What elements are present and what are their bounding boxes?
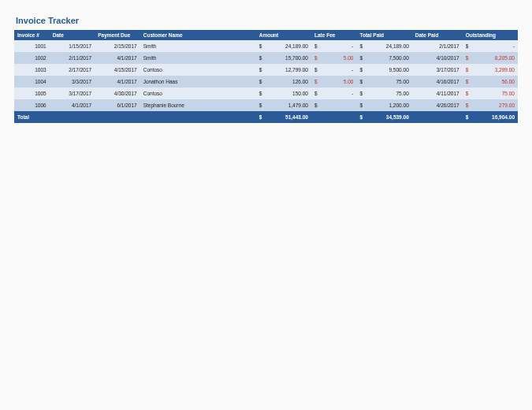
col-outstanding: Outstanding xyxy=(463,30,518,40)
cell-invoice: 1003 xyxy=(14,64,50,76)
table-row: 10032/17/20174/15/2017Contoso$12,799.00$… xyxy=(14,64,518,76)
col-date: Date xyxy=(50,30,95,40)
cell-outstanding: $- xyxy=(463,40,518,52)
table-row: 10022/11/20174/1/2017Smith$15,700.00$5.0… xyxy=(14,52,518,64)
cell-late-fee: $ xyxy=(311,99,357,111)
cell-outstanding: $3,299.00 xyxy=(463,64,518,76)
cell-total-paid: $9,500.00 xyxy=(356,64,411,76)
cell-invoice: 1004 xyxy=(14,76,50,88)
cell-payment-due: 4/30/2017 xyxy=(95,88,140,99)
cell-date: 3/17/2017 xyxy=(50,88,95,99)
cell-invoice: 1005 xyxy=(14,88,50,99)
totals-datepaid-blank xyxy=(412,111,463,123)
cell-outstanding: $56.00 xyxy=(463,76,518,88)
table-row: 10043/3/20174/1/2017Jonathon Haas$126.00… xyxy=(14,76,518,88)
cell-payment-due: 6/1/2017 xyxy=(95,99,140,111)
totals-paid: $34,539.00 xyxy=(356,111,411,123)
cell-customer: Smith xyxy=(140,40,256,52)
col-customer: Customer Name xyxy=(140,30,256,40)
cell-date-paid: 2/1/2017 xyxy=(412,40,463,52)
cell-date: 4/1/2017 xyxy=(50,99,95,111)
cell-late-fee: $5.00 xyxy=(311,76,357,88)
cell-invoice: 1002 xyxy=(14,52,50,64)
cell-total-paid: $7,500.00 xyxy=(356,52,411,64)
invoice-table: Invoice # Date Payment Due Customer Name… xyxy=(14,30,518,123)
cell-total-paid: $24,189.00 xyxy=(356,40,411,52)
cell-amount: $24,189.00 xyxy=(256,40,311,52)
table-row: 10011/15/20172/15/2017Smith$24,189.00$-$… xyxy=(14,40,518,52)
cell-date-paid: 4/10/2017 xyxy=(412,52,463,64)
cell-outstanding: $8,205.00 xyxy=(463,52,518,64)
col-invoice: Invoice # xyxy=(14,30,50,40)
col-payment-due: Payment Due xyxy=(95,30,140,40)
cell-total-paid: $75.00 xyxy=(356,88,411,99)
cell-date-paid: 4/11/2017 xyxy=(412,88,463,99)
cell-payment-due: 4/1/2017 xyxy=(95,76,140,88)
cell-payment-due: 4/1/2017 xyxy=(95,52,140,64)
cell-date-paid: 3/17/2017 xyxy=(412,64,463,76)
cell-customer: Smith xyxy=(140,52,256,64)
cell-customer: Contoso xyxy=(140,88,256,99)
totals-outstanding: $16,904.00 xyxy=(463,111,518,123)
cell-invoice: 1006 xyxy=(14,99,50,111)
table-row: 10053/17/20174/30/2017Contoso$150.00$-$7… xyxy=(14,88,518,99)
cell-amount: $126.00 xyxy=(256,76,311,88)
cell-amount: $15,700.00 xyxy=(256,52,311,64)
table-header-row: Invoice # Date Payment Due Customer Name… xyxy=(14,30,518,40)
table-row: 10064/1/20176/1/2017Stephanie Bourne$1,4… xyxy=(14,99,518,111)
cell-late-fee: $- xyxy=(311,40,357,52)
totals-amount: $51,443.00 xyxy=(256,111,311,123)
cell-late-fee: $- xyxy=(311,88,357,99)
cell-date: 2/11/2017 xyxy=(50,52,95,64)
cell-outstanding: $75.00 xyxy=(463,88,518,99)
cell-total-paid: $1,200.00 xyxy=(356,99,411,111)
cell-date: 2/17/2017 xyxy=(50,64,95,76)
cell-date: 3/3/2017 xyxy=(50,76,95,88)
cell-date-paid: 4/26/2017 xyxy=(412,99,463,111)
cell-customer: Stephanie Bourne xyxy=(140,99,256,111)
cell-customer: Contoso xyxy=(140,64,256,76)
cell-payment-due: 4/15/2017 xyxy=(95,64,140,76)
cell-amount: $1,479.00 xyxy=(256,99,311,111)
cell-customer: Jonathon Haas xyxy=(140,76,256,88)
cell-amount: $150.00 xyxy=(256,88,311,99)
cell-late-fee: $5.00 xyxy=(311,52,357,64)
cell-payment-due: 2/15/2017 xyxy=(95,40,140,52)
cell-invoice: 1001 xyxy=(14,40,50,52)
cell-total-paid: $75.00 xyxy=(356,76,411,88)
col-total-paid: Total Paid xyxy=(356,30,411,40)
cell-late-fee: $- xyxy=(311,64,357,76)
cell-outstanding: $279.00 xyxy=(463,99,518,111)
col-late-fee: Late Fee xyxy=(311,30,357,40)
totals-fee-blank xyxy=(311,111,357,123)
cell-amount: $12,799.00 xyxy=(256,64,311,76)
page-title: Invoice Tracker xyxy=(16,16,518,25)
totals-label: Total xyxy=(14,111,256,123)
cell-date-paid: 4/16/2017 xyxy=(412,76,463,88)
col-amount: Amount xyxy=(256,30,311,40)
cell-date: 1/15/2017 xyxy=(50,40,95,52)
col-date-paid: Date Paid xyxy=(412,30,463,40)
totals-row: Total $51,443.00 $34,539.00 $16,904.00 xyxy=(14,111,518,123)
